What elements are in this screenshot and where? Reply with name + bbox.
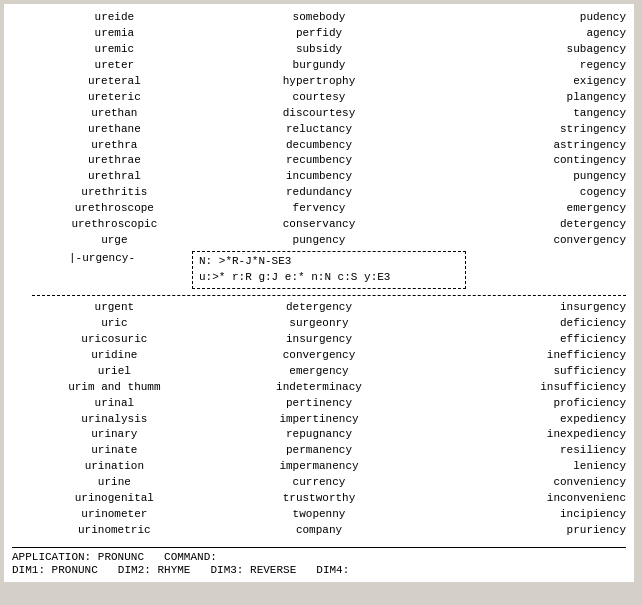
right-column-top: pudency agency subagency regency exigenc… [421, 10, 626, 249]
dim4-label: DIM4: [316, 564, 349, 576]
box-content: N: >*R-J*N-SE3 u:>* r:R g:J e:* n:N c:S … [192, 251, 466, 289]
dim3-label: DIM3: REVERSE [210, 564, 296, 576]
status-row-2: DIM1: PRONUNC DIM2: RHYME DIM3: REVERSE … [12, 564, 626, 576]
dim2-label: DIM2: RHYME [118, 564, 191, 576]
left-column-bottom: urgent uric uricosuric uridine uriel uri… [12, 300, 217, 539]
box-line-2: u:>* r:R g:J e:* n:N c:S y:E3 [199, 270, 459, 286]
status-bar: APPLICATION: PRONUNC COMMAND: DIM1: PRON… [12, 547, 626, 576]
left-column-top: ureide uremia uremic ureter ureteral ure… [12, 10, 217, 249]
top-section: ureide uremia uremic ureter ureteral ure… [12, 10, 626, 249]
box-label: |-urgency- [69, 252, 135, 264]
box-line-1: N: >*R-J*N-SE3 [199, 254, 459, 270]
box-left-border: |-urgency- [12, 251, 192, 289]
status-row-1: APPLICATION: PRONUNC COMMAND: [12, 551, 626, 563]
right-column-bottom: insurgency deficiency efficiency ineffic… [421, 300, 626, 539]
bottom-section: urgent uric uricosuric uridine uriel uri… [12, 300, 626, 539]
main-window: ureide uremia uremic ureter ureteral ure… [4, 4, 634, 582]
box-section: |-urgency- N: >*R-J*N-SE3 u:>* r:R g:J e… [12, 251, 626, 296]
box-right-spacer [466, 251, 626, 289]
dim1-label: DIM1: PRONUNC [12, 564, 98, 576]
application-label: APPLICATION: PRONUNC [12, 551, 144, 563]
command-label: COMMAND: [164, 551, 217, 563]
middle-column-top: somebody perfidy subsidy burgundy hypert… [217, 10, 422, 249]
middle-column-bottom: detergency surgeonry insurgency converge… [217, 300, 422, 539]
